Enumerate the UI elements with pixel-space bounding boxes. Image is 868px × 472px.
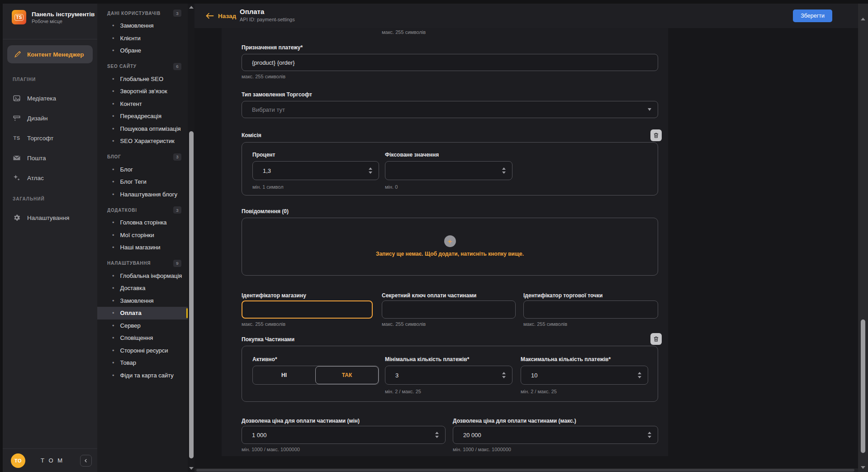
min-payments-field[interactable]: 3 (385, 366, 512, 385)
media-icon (13, 94, 21, 102)
scroll-up-icon[interactable] (858, 15, 868, 23)
bullet-icon: • (112, 22, 114, 29)
submenu-section-user-data: ДАНІ КОРИСТУВАЧІВ 3 (107, 10, 181, 17)
price-max-field[interactable]: 20 000 (453, 426, 658, 444)
spinner[interactable] (502, 167, 506, 174)
price-max-label: Дозволена ціна для оплати частинами (мак… (453, 418, 576, 424)
chevron-down-icon (648, 108, 651, 111)
spinner-down-icon (369, 172, 372, 174)
back-button[interactable]: Назад (205, 4, 236, 28)
submenu-item-feedback[interactable]: •Зворотній зв'язок (97, 85, 188, 98)
delete-commission-button[interactable] (650, 129, 662, 141)
pen-icon (13, 50, 21, 58)
bullet-icon: • (112, 100, 114, 107)
submenu-item-global-info[interactable]: •Глобальна інформація (97, 270, 188, 282)
secret-key-field[interactable] (382, 300, 516, 319)
bullet-icon: • (112, 88, 114, 95)
sidebar-item-content-manager[interactable]: Контент Менеджер (7, 45, 93, 63)
spinner-down-icon (435, 436, 439, 438)
submenu-item-home-page[interactable]: •Головна сторінка (97, 216, 188, 229)
submenu-item-search-optimization[interactable]: •Пошукова оптимізація (97, 123, 188, 135)
percent-label: Процент (252, 152, 275, 158)
collapse-sidebar-button[interactable] (80, 455, 92, 467)
spinner[interactable] (502, 372, 506, 378)
spinner-down-icon (638, 376, 641, 378)
order-type-label: Тип замовлення Торгсофт (242, 91, 312, 98)
spinner-up-icon (648, 432, 651, 434)
sidebar-item-design[interactable]: Дизайн (3, 110, 97, 126)
max-payments-field[interactable]: 10 (521, 366, 648, 385)
spinner-up-icon (369, 167, 372, 170)
sidebar-item-media[interactable]: Медіатека (3, 91, 97, 106)
spinner[interactable] (435, 432, 439, 438)
ts-logo-icon: TS (12, 10, 26, 24)
horizontal-scrollbar-thumb[interactable] (196, 469, 854, 472)
submenu-section-settings: НАЛАШТУВАННЯ 9 (107, 260, 181, 267)
store-id-field[interactable] (242, 300, 373, 319)
submenu-item-blog-tags[interactable]: •Блог Теги (97, 176, 188, 188)
submenu-section-additional: ДОДАТКОВІ 3 (107, 206, 181, 214)
scroll-up-icon[interactable] (188, 4, 194, 11)
bullet-icon: • (112, 191, 114, 198)
bullet-icon: • (112, 166, 114, 173)
scroll-down-icon[interactable] (858, 464, 868, 471)
divider (3, 39, 97, 39)
submenu-item-favorites[interactable]: •Обране (97, 44, 188, 57)
submenu-item-blog[interactable]: •Блог (97, 163, 188, 176)
submenu-item-orders-settings[interactable]: •Замовлення (97, 295, 188, 307)
price-min-field[interactable]: 1 000 (242, 426, 446, 444)
submenu-item-payment[interactable]: •Оплата (97, 307, 188, 319)
submenu-scrollbar-thumb[interactable] (189, 131, 194, 458)
spinner[interactable] (648, 432, 651, 438)
submenu-item-our-stores[interactable]: •Наші магазини (97, 241, 188, 254)
pos-id-field[interactable] (523, 300, 658, 319)
submenu-section-blog: БЛОГ 3 (107, 153, 181, 161)
submenu-item-notifications[interactable]: •Сповіщення (97, 332, 188, 344)
fixed-value-field[interactable] (385, 161, 512, 180)
spinner[interactable] (638, 372, 641, 378)
main-scrollbar-thumb[interactable] (861, 319, 865, 453)
submenu-item-seo-characteristics[interactable]: •SEO Характеристик (97, 135, 188, 148)
sidebar-item-settings[interactable]: Налаштування (3, 210, 97, 225)
submenu-item-orders[interactable]: •Замовлення (97, 19, 188, 32)
submenu-item-product[interactable]: •Товар (97, 357, 188, 369)
toggle-no[interactable]: НІ (253, 366, 315, 384)
field-hint: макс. 255 символів (242, 321, 285, 327)
submenu-item-content[interactable]: •Контент (97, 98, 188, 110)
submenu-item-clients[interactable]: •Клієнти (97, 32, 188, 45)
spinner-down-icon (502, 172, 506, 174)
main-scrollbar[interactable] (858, 4, 868, 472)
save-button[interactable]: Зберегти (793, 10, 832, 22)
field-hint: мін. 1000 / макс. 1000000 (453, 447, 511, 452)
back-arrow-icon (205, 12, 214, 19)
submenu-item-feeds-sitemap[interactable]: •Фіди та карта сайту (97, 369, 188, 382)
spinner-down-icon (502, 376, 506, 378)
sidebar-item-torgsoft[interactable]: TS Торгсофт (3, 130, 97, 146)
submenu-item-redirects[interactable]: •Переадресація (97, 110, 188, 123)
horizontal-scrollbar[interactable] (194, 468, 858, 472)
submenu-item-third-party[interactable]: •Сторонні ресурси (97, 344, 188, 357)
bullet-icon: • (112, 178, 114, 185)
bullet-icon: • (112, 347, 114, 354)
user-name: Т О М (41, 457, 64, 464)
order-type-select[interactable]: Вибрати тут (242, 101, 658, 118)
submenu-item-global-seo[interactable]: •Глобальне SEO (97, 73, 188, 86)
spinner[interactable] (369, 167, 372, 174)
submenu-item-server[interactable]: •Сервер (97, 319, 188, 332)
submenu-scrollbar[interactable] (188, 4, 194, 472)
page-header: Назад Оплата API ID: payment-settings Зб… (194, 4, 858, 28)
sidebar-item-mail[interactable]: Пошта (3, 150, 97, 166)
submenu-item-blog-settings[interactable]: •Налаштування блогу (97, 188, 188, 201)
sidebar-item-label: Атлас (27, 175, 44, 181)
sidebar-item-atlas[interactable]: Атлас (3, 170, 97, 186)
avatar[interactable]: TO (11, 453, 25, 468)
sidebar-section-plugins: ПЛАГІНИ (13, 77, 36, 82)
payment-purpose-field[interactable] (242, 54, 658, 71)
percent-field[interactable]: 1,3 (252, 161, 379, 180)
add-message-button[interactable]: + (444, 235, 456, 247)
submenu-item-delivery[interactable]: •Доставка (97, 282, 188, 295)
submenu-item-my-pages[interactable]: •Мої сторінки (97, 229, 188, 242)
delete-installment-button[interactable] (650, 333, 662, 345)
toggle-yes[interactable]: ТАК (315, 366, 379, 384)
scroll-down-icon[interactable] (188, 465, 194, 472)
